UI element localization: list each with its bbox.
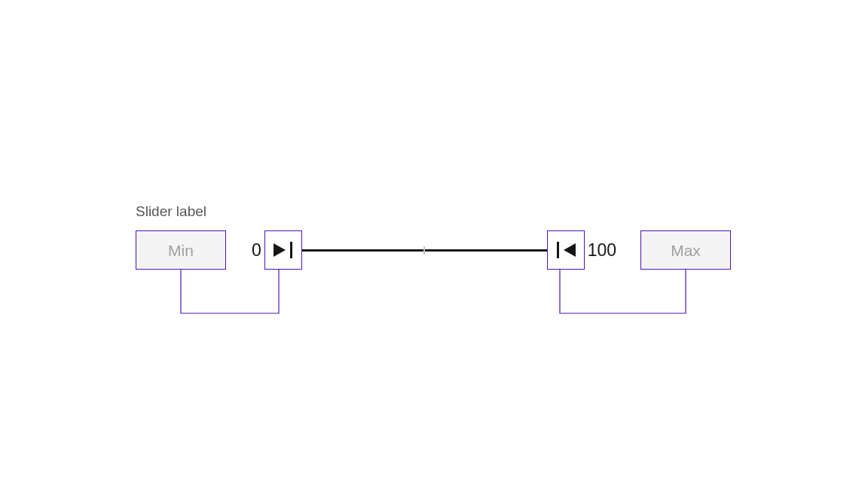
slider-diagram: Slider label Min 0 100 Max bbox=[136, 203, 731, 270]
handle-left-icon bbox=[270, 241, 296, 259]
track-midpoint-tick bbox=[423, 246, 425, 255]
max-input[interactable]: Max bbox=[640, 230, 731, 270]
range-max-value: 100 bbox=[585, 240, 619, 261]
range-min-value: 0 bbox=[249, 240, 264, 261]
handle-right-icon bbox=[553, 241, 579, 259]
svg-rect-1 bbox=[290, 242, 292, 258]
slider-track[interactable] bbox=[302, 249, 547, 252]
svg-rect-2 bbox=[557, 242, 559, 258]
slider-label: Slider label bbox=[136, 203, 731, 220]
svg-marker-3 bbox=[564, 243, 576, 257]
connector-lines bbox=[136, 270, 731, 330]
svg-marker-0 bbox=[274, 243, 286, 257]
slider-handle-right[interactable] bbox=[547, 230, 585, 270]
min-input[interactable]: Min bbox=[136, 230, 226, 270]
slider-row: Min 0 100 Max bbox=[136, 230, 731, 270]
slider-handle-left[interactable] bbox=[264, 230, 302, 270]
